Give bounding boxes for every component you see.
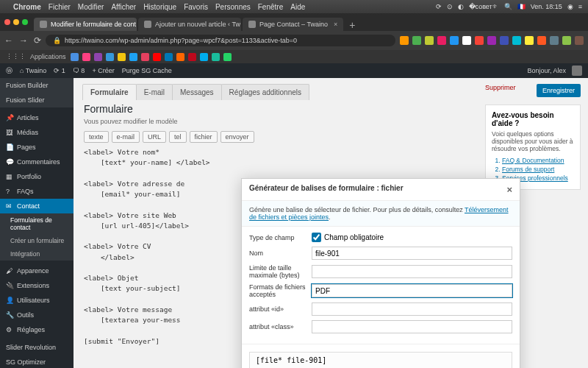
extension-icon[interactable] <box>525 36 534 45</box>
extension-icon[interactable] <box>575 36 584 45</box>
help-link[interactable]: FAQ & Documentation <box>502 157 574 164</box>
required-checkbox[interactable] <box>312 233 321 242</box>
sidebar-item-commentaires[interactable]: 💬Commentaires <box>0 155 74 169</box>
sidebar-item-articles[interactable]: 📌Articles <box>0 110 74 125</box>
back-button[interactable]: ← <box>4 35 13 46</box>
bookmark-icon[interactable] <box>200 53 208 61</box>
tag-btn[interactable]: fichier <box>190 131 218 143</box>
bookmark-icon[interactable] <box>129 53 137 61</box>
sidebar-item-faqs[interactable]: ?FAQs <box>0 184 74 199</box>
bookmark-icon[interactable] <box>165 53 173 61</box>
wifi-icon[interactable]: �советᯤ <box>469 3 499 10</box>
menu-aide[interactable]: Aide <box>290 3 305 11</box>
sidebar-item-apparence[interactable]: 🖌Apparence <box>0 263 74 278</box>
sidebar-item-portfolio[interactable]: ▦Portfolio <box>0 169 74 184</box>
window-controls[interactable] <box>4 19 28 25</box>
sidebar-item-contact[interactable]: ✉Contact <box>0 199 74 213</box>
extension-icon[interactable] <box>487 36 496 45</box>
greeting[interactable]: Bonjour, Alex <box>527 67 566 74</box>
sidebar-sub-create[interactable]: Créer un formulaire <box>0 234 74 247</box>
class-input[interactable] <box>312 320 512 333</box>
extension-icon[interactable] <box>425 36 434 45</box>
menu-fichier[interactable]: Fichier <box>49 3 71 11</box>
menu-fenetre[interactable]: Fenêtre <box>258 3 283 11</box>
bookmark-icon[interactable] <box>223 53 232 61</box>
browser-tab[interactable]: Modifier le formulaire de cont…× <box>34 18 137 31</box>
purge-cache[interactable]: Purge SG Cache <box>122 67 172 74</box>
extension-icon[interactable] <box>550 36 559 45</box>
tag-btn[interactable]: texte <box>84 131 109 143</box>
browser-tab[interactable]: Ajouter un nouvel article ‹ Tw…× <box>138 18 241 31</box>
sidebar-item-utilisateurs[interactable]: 👤Utilisateurs <box>0 293 74 308</box>
tab-messages[interactable]: Messages <box>172 84 222 100</box>
sidebar-item-outils[interactable]: 🔧Outils <box>0 308 74 322</box>
sidebar-fusion-slider[interactable]: Fusion Slider <box>0 93 74 107</box>
bookmark-icon[interactable] <box>188 53 196 61</box>
extension-icon[interactable] <box>412 36 421 45</box>
bookmark-icon[interactable] <box>212 53 220 61</box>
name-input[interactable] <box>312 247 512 260</box>
extension-icon[interactable] <box>475 36 484 45</box>
bookmark-icon[interactable] <box>141 53 149 61</box>
bookmarks-label[interactable]: Applications <box>30 53 66 60</box>
address-bar[interactable]: 🔒 https://twaino.com/wp-admin/admin.php?… <box>46 35 395 46</box>
tab-email[interactable]: E-mail <box>136 84 173 100</box>
reload-button[interactable]: ⟳ <box>34 35 41 46</box>
menu-afficher[interactable]: Afficher <box>111 3 136 11</box>
formats-input[interactable] <box>312 284 512 297</box>
tag-btn[interactable]: envoyer <box>220 131 254 143</box>
apps-icon[interactable]: ⋮⋮⋮ <box>6 53 26 60</box>
menu-modifier[interactable]: Modifier <box>78 3 104 11</box>
avatar[interactable] <box>572 66 582 76</box>
extension-icon[interactable] <box>562 36 571 45</box>
bookmark-icon[interactable] <box>106 53 114 61</box>
tag-btn[interactable]: URL <box>143 131 166 143</box>
search-icon[interactable]: 🔍 <box>504 3 512 10</box>
tab-formulaire[interactable]: Formulaire <box>82 84 137 100</box>
extension-icon[interactable] <box>437 36 446 45</box>
close-icon[interactable]: × <box>506 184 512 195</box>
sidebar-item-sgoptimizer[interactable]: SG Optimizer <box>0 355 74 368</box>
save-button[interactable]: Enregistrer <box>537 84 581 97</box>
extension-icon[interactable] <box>450 36 459 45</box>
help-link[interactable]: Forums de support <box>502 166 574 173</box>
menu-favoris[interactable]: Favoris <box>184 3 208 11</box>
size-input[interactable] <box>312 265 512 278</box>
sidebar-fusion-builder[interactable]: Fusion Builder <box>0 78 74 93</box>
updates-icon[interactable]: ⟳ 1 <box>54 67 65 74</box>
sidebar-item-extensions[interactable]: 🔌Extensions <box>0 278 74 293</box>
sidebar-sub-forms[interactable]: Formulaires de contact <box>0 213 74 234</box>
sidebar-item-reglages[interactable]: ⚙Réglages <box>0 322 74 337</box>
extension-icon[interactable] <box>500 36 509 45</box>
app-name[interactable]: Chrome <box>13 3 41 11</box>
comments-icon[interactable]: 🗨 8 <box>73 67 85 74</box>
bookmark-icon[interactable] <box>118 53 126 61</box>
extension-icon[interactable] <box>537 36 546 45</box>
sidebar-sub-integration[interactable]: Intégration <box>0 247 74 261</box>
sidebar-item-slider[interactable]: Slider Revolution <box>0 340 74 355</box>
menu-personnes[interactable]: Personnes <box>215 3 251 11</box>
sidebar-item-medias[interactable]: 🖼Médias <box>0 125 74 140</box>
bookmark-icon[interactable] <box>176 53 184 61</box>
new-tab-button[interactable]: + <box>345 19 359 31</box>
extension-icon[interactable] <box>462 36 471 45</box>
extension-icon[interactable] <box>512 36 521 45</box>
tag-btn[interactable]: tel <box>169 131 187 143</box>
bookmark-icon[interactable] <box>94 53 102 61</box>
notif-icon[interactable]: ≡ <box>578 3 582 10</box>
tab-reglages[interactable]: Réglages additionnels <box>221 84 309 100</box>
forward-button[interactable]: → <box>19 35 28 46</box>
wp-logo-icon[interactable]: ⓦ <box>6 66 12 76</box>
add-new[interactable]: + Créer <box>92 67 114 74</box>
bookmark-icon[interactable] <box>71 53 79 61</box>
close-icon[interactable]: × <box>334 21 337 28</box>
bookmark-icon[interactable] <box>82 53 90 61</box>
browser-tab[interactable]: Page Contact – Twaino× <box>243 18 343 31</box>
sidebar-item-pages[interactable]: 📄Pages <box>0 140 74 155</box>
siri-icon[interactable]: ◉ <box>567 3 573 10</box>
id-input[interactable] <box>312 302 512 316</box>
bookmark-icon[interactable] <box>153 53 161 61</box>
extension-icon[interactable] <box>400 36 409 45</box>
menu-historique[interactable]: Historique <box>143 3 176 11</box>
shortcode-output[interactable]: [file* file-901] <box>249 352 512 368</box>
